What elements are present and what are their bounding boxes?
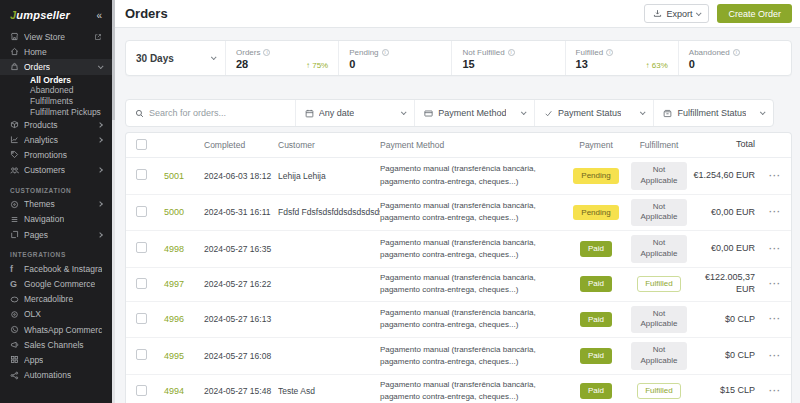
order-completed-date: 2024-05-27 16:08 — [204, 351, 278, 361]
sidebar-item-promotions[interactable]: Promotions — [0, 147, 112, 162]
sidebar-item-themes[interactable]: Themes — [0, 197, 112, 212]
row-menu-button[interactable]: ··· — [755, 244, 781, 254]
info-icon[interactable]: i — [606, 49, 613, 56]
order-completed-date: 2024-05-27 15:48 — [204, 386, 278, 396]
order-number-link[interactable]: 5000 — [164, 207, 204, 217]
order-number-link[interactable]: 4996 — [164, 314, 204, 324]
sidebar-item-label: Home — [24, 47, 47, 57]
sidebar-item-automations[interactable]: Automations — [0, 368, 112, 383]
sidebar-item-fulfillments[interactable]: Fulfillments — [0, 96, 112, 107]
order-number-link[interactable]: 5001 — [164, 171, 204, 181]
select-all-checkbox[interactable] — [136, 139, 147, 150]
download-icon — [653, 9, 662, 18]
sidebar-item-home[interactable]: Home — [0, 44, 112, 59]
sidebar-item-customers[interactable]: Customers — [0, 163, 112, 178]
line-chart-icon — [10, 135, 24, 144]
period-selector[interactable]: 30 Days — [126, 41, 226, 75]
sidebar-item-view-store[interactable]: View Store — [0, 29, 112, 44]
sidebar-item-apps[interactable]: Apps — [0, 352, 112, 367]
row-checkbox[interactable] — [136, 349, 147, 360]
sidebar-item-analytics[interactable]: Analytics — [0, 132, 112, 147]
stat-label: Not Fulfilled — [462, 48, 504, 57]
sidebar-item-pages[interactable]: Pages — [0, 227, 112, 242]
filter-dropdown-label: Payment Method — [438, 108, 506, 118]
order-payment-method: Pagamento manual (transferência bancária… — [380, 163, 567, 188]
chevron-right-icon — [98, 202, 102, 206]
sidebar-item-abandoned[interactable]: Abandoned — [0, 85, 112, 96]
sidebar-item-sales-channels[interactable]: Sales Channels — [0, 337, 112, 352]
row-menu-button[interactable]: ··· — [755, 351, 781, 361]
chevron-down-icon — [401, 111, 405, 115]
order-number-link[interactable]: 4994 — [164, 386, 204, 396]
info-icon[interactable]: i — [382, 49, 389, 56]
order-completed-date: 2024-05-27 16:35 — [204, 244, 278, 254]
pages-icon — [10, 230, 24, 239]
row-checkbox[interactable] — [136, 385, 147, 396]
google-icon: G — [10, 279, 24, 289]
row-menu-button[interactable]: ··· — [755, 207, 781, 217]
sidebar-item-label: Apps — [24, 355, 43, 365]
filter-dropdown[interactable]: Payment Status — [534, 100, 654, 126]
fulfillment-status-badge: Not Applicable — [631, 306, 687, 334]
order-number-link[interactable]: 4995 — [164, 351, 204, 361]
sidebar-item-label: Facebook & Instagram — [24, 264, 102, 274]
sidebar-item-label: OLX — [24, 309, 41, 319]
sidebar-item-mercadolibre[interactable]: Mercadolibre — [0, 292, 112, 307]
row-checkbox[interactable] — [136, 313, 147, 324]
table-header: Completed Customer Payment Method Paymen… — [126, 133, 791, 158]
filter-dropdown[interactable]: Payment Method — [414, 100, 534, 126]
mercadolibre-icon — [10, 295, 24, 304]
sidebar-item-all-orders[interactable]: All Orders — [0, 75, 112, 86]
fulfillment-status-badge: Fulfilled — [637, 383, 681, 399]
info-icon[interactable]: i — [263, 49, 270, 56]
row-menu-button[interactable]: ··· — [755, 314, 781, 324]
check-icon — [544, 109, 553, 118]
export-button[interactable]: Export — [644, 4, 709, 23]
order-total: €0,00 EUR — [693, 243, 755, 255]
filter-dropdown-label: Fulfillment Status — [677, 108, 746, 118]
sidebar-item-google-commerce[interactable]: GGoogle Commerce — [0, 276, 112, 291]
sidebar-item-whatsapp-commerce[interactable]: WhatsApp Commerce — [0, 322, 112, 337]
stats-bar: 30 Days Orders i 28 ↑ 75% — [125, 40, 792, 76]
search-box[interactable] — [126, 100, 295, 126]
sidebar-item-navigation[interactable]: Navigation — [0, 212, 112, 227]
sidebar-item-facebook-instagram[interactable]: fFacebook & Instagram — [0, 261, 112, 276]
row-checkbox[interactable] — [136, 242, 147, 253]
row-checkbox[interactable] — [136, 206, 147, 217]
order-completed-date: 2024-06-03 18:12 — [204, 171, 278, 181]
megaphone-icon — [10, 340, 24, 349]
stat-card: Fulfilled i 13 ↑ 63% — [566, 41, 679, 75]
column-header-fulfillment[interactable]: Fulfillment — [625, 140, 693, 150]
stat-value: 13 — [576, 58, 588, 70]
info-icon[interactable]: i — [508, 49, 515, 56]
create-order-button[interactable]: Create Order — [717, 4, 792, 23]
order-number-link[interactable]: 4997 — [164, 279, 204, 289]
palette-icon — [10, 200, 24, 209]
sidebar-item-olx[interactable]: OLX — [0, 307, 112, 322]
search-input[interactable] — [149, 108, 286, 118]
row-menu-button[interactable]: ··· — [755, 386, 781, 396]
column-header-completed[interactable]: Completed — [204, 140, 278, 150]
row-checkbox[interactable] — [136, 169, 147, 180]
filter-dropdown[interactable]: Fulfillment Status — [653, 100, 773, 126]
sidebar-item-products[interactable]: Products — [0, 117, 112, 132]
column-header-customer[interactable]: Customer — [278, 140, 380, 150]
filter-dropdown[interactable]: Any date — [295, 100, 415, 126]
order-number-link[interactable]: 4998 — [164, 244, 204, 254]
row-menu-button[interactable]: ··· — [755, 279, 781, 289]
payment-status-badge: Pending — [573, 168, 618, 184]
row-checkbox[interactable] — [136, 278, 147, 289]
users-icon — [10, 166, 24, 175]
column-header-payment[interactable]: Payment — [567, 140, 625, 150]
column-header-payment-method[interactable]: Payment Method — [380, 140, 567, 150]
order-completed-date: 2024-05-27 16:22 — [204, 279, 278, 289]
row-menu-button[interactable]: ··· — [755, 171, 781, 181]
info-icon[interactable]: i — [733, 49, 740, 56]
sidebar-collapse-icon[interactable]: « — [96, 10, 102, 21]
sidebar-item-fulfillment-pickups[interactable]: Fulfillment Pickups — [0, 106, 112, 117]
payment-status-badge: Paid — [580, 348, 612, 364]
column-header-total[interactable]: Total — [693, 139, 755, 151]
order-row: 5000 2024-05-31 16:11 Fdsfd Fdsfsdsfddsd… — [126, 195, 791, 232]
whatsapp-icon — [10, 325, 24, 334]
sidebar-item-orders[interactable]: Orders — [0, 59, 112, 74]
